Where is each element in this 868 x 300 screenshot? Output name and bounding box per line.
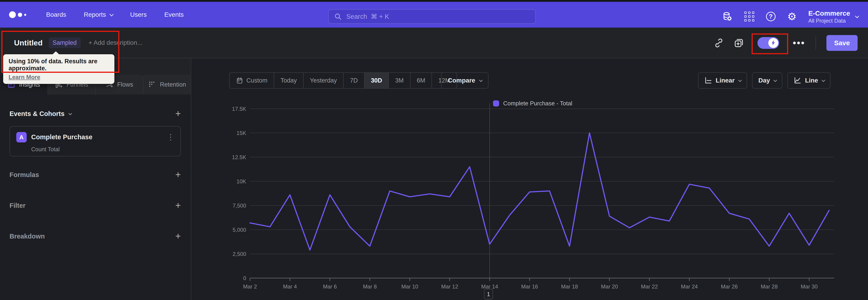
sampled-badge[interactable]: Sampled — [49, 37, 81, 48]
chart-display-controls: Linear Day Line — [698, 72, 831, 89]
tab-retention[interactable]: Retention — [143, 74, 191, 94]
apps-grid-icon[interactable] — [744, 11, 754, 22]
report-title[interactable]: Untitled — [14, 38, 43, 47]
add-event-button[interactable]: + — [175, 109, 181, 118]
svg-text:Mar 10: Mar 10 — [401, 283, 418, 290]
title-bar-actions: ••• Save — [714, 28, 858, 58]
add-to-board-icon[interactable] — [734, 38, 744, 48]
event-letter-badge: A — [16, 132, 27, 143]
calendar-icon — [236, 77, 243, 84]
divider — [815, 36, 816, 50]
range-7d[interactable]: 7D — [343, 73, 364, 88]
event-metric[interactable]: Count Total — [31, 146, 60, 153]
settings-gear-icon[interactable]: ⚙ — [787, 11, 797, 22]
add-breakdown-button[interactable]: + — [175, 232, 181, 241]
add-formula-button[interactable]: + — [175, 170, 181, 180]
chart-area: Custom Today Yesterday 7D 30D 3M 6M 12M … — [191, 58, 868, 300]
svg-text:Mar 24: Mar 24 — [681, 283, 698, 290]
range-30d[interactable]: 30D — [364, 73, 389, 88]
interval-selector[interactable]: Day — [752, 72, 782, 89]
nav-item-label: Boards — [46, 11, 66, 18]
search-icon — [334, 13, 342, 20]
more-actions-button[interactable]: ••• — [793, 40, 805, 46]
tab-label: Flows — [117, 81, 133, 88]
kebab-menu-icon[interactable]: ⋮ — [167, 132, 175, 142]
svg-text:5,000: 5,000 — [232, 227, 246, 233]
chevron-down-icon — [110, 12, 114, 16]
svg-text:Mar 16: Mar 16 — [521, 283, 538, 290]
nav-right-cluster: ? ⚙ E-Commerce All Project Data — [722, 4, 858, 29]
lightning-icon — [768, 38, 778, 48]
svg-text:Mar 12: Mar 12 — [441, 283, 458, 290]
pagination-page-1[interactable]: 1 — [484, 289, 493, 299]
svg-text:Mar 30: Mar 30 — [801, 283, 817, 290]
line-chart[interactable]: 02,5005,0007,50010K12.5K15K17.5KMar 2Mar… — [215, 97, 850, 296]
primary-nav: Boards Reports Users Events — [46, 11, 184, 18]
save-button[interactable]: Save — [827, 35, 858, 51]
nav-item-boards[interactable]: Boards — [46, 11, 66, 18]
mixpanel-logo-icon[interactable] — [9, 11, 26, 18]
project-scope: All Project Data — [808, 18, 850, 24]
svg-text:12.5K: 12.5K — [232, 154, 246, 160]
nav-item-label: Events — [164, 11, 184, 18]
svg-text:Mar 14: Mar 14 — [481, 283, 498, 290]
range-3m[interactable]: 3M — [388, 73, 410, 88]
project-name: E-Commerce — [808, 9, 850, 18]
window-top-edge — [0, 0, 868, 2]
copy-link-icon[interactable] — [714, 38, 723, 48]
add-description-field[interactable]: + Add description... — [88, 39, 143, 46]
event-name[interactable]: Complete Purchase — [31, 133, 92, 141]
range-6m[interactable]: 6M — [410, 73, 432, 88]
chevron-down-icon — [738, 78, 742, 82]
range-yesterday[interactable]: Yesterday — [303, 73, 343, 88]
nav-item-users[interactable]: Users — [130, 11, 147, 18]
top-nav: Boards Reports Users Events Search ⌘ + K — [0, 2, 868, 28]
range-today[interactable]: Today — [274, 73, 303, 88]
data-management-icon[interactable] — [722, 11, 733, 22]
search-placeholder: Search ⌘ + K — [346, 13, 389, 20]
query-panel: Events & Cohorts + A Complete Purchase ⋮… — [0, 94, 191, 300]
add-filter-button[interactable]: + — [175, 201, 181, 210]
help-icon[interactable]: ? — [766, 12, 776, 21]
svg-text:17.5K: 17.5K — [232, 106, 246, 112]
formulas-section-label: Formulas — [9, 171, 39, 179]
chevron-down-icon — [68, 112, 72, 115]
nav-item-reports[interactable]: Reports — [84, 11, 113, 18]
tooltip-text: Using 10% of data. Results are approxima… — [8, 58, 109, 72]
svg-text:2,500: 2,500 — [232, 251, 246, 257]
chevron-down-icon — [479, 78, 483, 82]
compare-button[interactable]: Compare — [441, 72, 489, 89]
sampling-tooltip: Using 10% of data. Results are approxima… — [3, 54, 114, 84]
svg-text:10K: 10K — [237, 178, 246, 184]
range-custom[interactable]: Custom — [230, 73, 274, 88]
retention-icon — [148, 81, 156, 89]
search-input[interactable]: Search ⌘ + K — [328, 9, 536, 24]
svg-text:15K: 15K — [237, 130, 246, 136]
chart-type-selector[interactable]: Line — [787, 72, 831, 89]
nav-item-label: Reports — [84, 11, 106, 18]
date-range-control: Custom Today Yesterday 7D 30D 3M 6M 12M — [229, 72, 457, 89]
sampling-toggle[interactable] — [757, 37, 779, 49]
linear-axis-icon — [704, 77, 712, 84]
svg-text:Mar 6: Mar 6 — [323, 283, 337, 290]
svg-text:0: 0 — [243, 275, 246, 281]
learn-more-link[interactable]: Learn More — [8, 74, 40, 81]
svg-text:Mar 28: Mar 28 — [761, 283, 778, 290]
chevron-down-icon — [855, 14, 859, 18]
tab-label: Retention — [160, 81, 186, 88]
svg-text:Mar 20: Mar 20 — [601, 283, 618, 290]
nav-item-label: Users — [130, 11, 147, 18]
events-cohorts-header[interactable]: Events & Cohorts — [9, 110, 71, 118]
query-sidebar: Insights Funnels Flows Retent — [0, 58, 191, 300]
line-chart-icon — [794, 77, 801, 84]
svg-text:Mar 18: Mar 18 — [561, 283, 578, 290]
report-title-bar: Untitled Sampled + Add description... ••… — [0, 28, 868, 58]
svg-text:Mar 2: Mar 2 — [243, 283, 257, 290]
svg-text:Mar 4: Mar 4 — [283, 283, 297, 290]
nav-item-events[interactable]: Events — [164, 11, 184, 18]
chevron-down-icon — [774, 78, 777, 82]
svg-text:Mar 26: Mar 26 — [721, 283, 738, 290]
event-card[interactable]: A Complete Purchase ⋮ Count Total — [9, 126, 181, 156]
project-selector[interactable]: E-Commerce All Project Data — [808, 9, 858, 24]
scale-selector[interactable]: Linear — [698, 72, 747, 89]
